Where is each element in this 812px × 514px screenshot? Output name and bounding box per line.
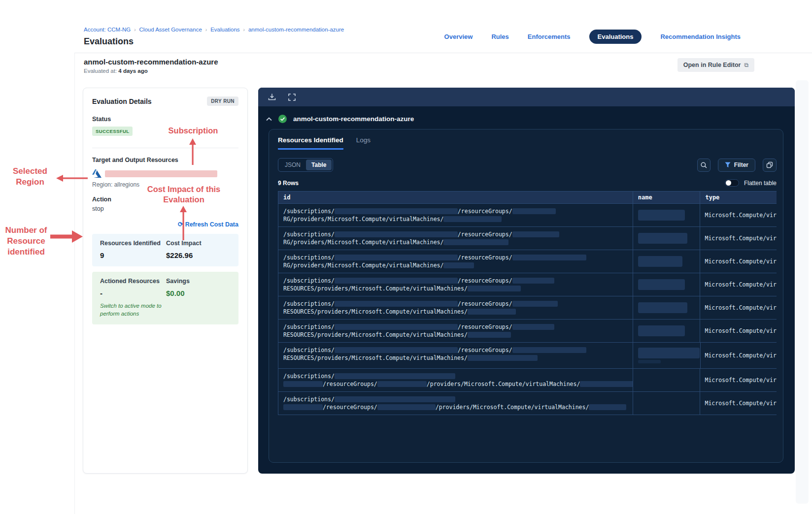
cell-name [633, 392, 700, 415]
viewer-tab-resources-identified[interactable]: Resources Identified [278, 136, 343, 150]
redacted-block [377, 381, 427, 387]
cell-id: /subscriptions//resourceGroups//provider… [278, 392, 633, 415]
evaluated-at-value: 4 days ago [118, 68, 147, 74]
cell-type: Microsoft.Compute/virtu [700, 343, 777, 368]
nav-tab-rules[interactable]: Rules [491, 33, 508, 40]
right-margin-strip [796, 80, 809, 504]
type-value: Microsoft.Compute/virtu [705, 377, 777, 384]
id-text: /subscriptions/ [283, 254, 335, 261]
viewer-tab-logs[interactable]: Logs [356, 136, 371, 150]
redacted-name-block [638, 256, 682, 267]
download-icon[interactable] [268, 93, 276, 101]
table-body: /subscriptions//resourceGroups/RG/provid… [278, 204, 777, 415]
chevron-up-icon[interactable] [266, 117, 272, 121]
redacted-block [443, 216, 502, 222]
cell-type: Microsoft.Compute/virtu [700, 320, 777, 342]
cell-id: /subscriptions//resourceGroups/RESOURCES… [278, 296, 633, 319]
card-title: Evaluation Details [92, 97, 152, 105]
evaluation-details-card: Evaluation Details DRY RUN Status SUCCES… [83, 88, 248, 474]
nav-tab-recommendation-insights[interactable]: Recommendation Insights [660, 33, 741, 40]
resource-viewer-panel: anmol-custom-recommendation-azure Resour… [258, 88, 795, 474]
cell-type: Microsoft.Compute/virtu [700, 369, 777, 391]
savings-value: $0.00 [166, 289, 231, 297]
id-text: /resourceGroups/ [458, 277, 512, 284]
nav-tab-enforcements[interactable]: Enforcements [528, 33, 571, 40]
id-text: /subscriptions/ [283, 208, 335, 215]
breadcrumb-separator: › [243, 27, 245, 32]
viewer-inner-card: Resources IdentifiedLogs JSONTable Filte… [269, 129, 783, 463]
viewer-tabs: Resources IdentifiedLogs [278, 136, 777, 150]
table-row: /subscriptions//resourceGroups//provider… [278, 392, 777, 415]
breadcrumb-item[interactable]: Evaluations [210, 27, 239, 32]
cell-type: Microsoft.Compute/virtu [700, 227, 777, 250]
cell-name [633, 227, 700, 250]
redacted-block [335, 278, 458, 284]
flatten-toggle[interactable] [725, 179, 739, 187]
open-rule-editor-button[interactable]: Open in Rule Editor ⧉ [677, 58, 754, 72]
selected-region-arrow [56, 174, 88, 183]
flatten-label: Flatten table [744, 180, 777, 187]
breadcrumb-item[interactable]: Account: CCM-NG [84, 27, 131, 32]
cell-type: Microsoft.Compute/virtu [700, 250, 777, 273]
savings-label: Savings [166, 278, 231, 285]
dry-run-badge: DRY RUN [207, 96, 238, 106]
nav-tab-evaluations[interactable]: Evaluations [589, 30, 642, 44]
id-text: /resourceGroups/ [458, 347, 512, 353]
redacted-block [335, 373, 455, 379]
table-header: idnametype [278, 191, 777, 204]
filter-icon [725, 162, 731, 168]
redacted-block [335, 396, 455, 402]
type-value: Microsoft.Compute/virtu [705, 258, 777, 265]
search-button[interactable] [697, 159, 710, 172]
viewer-evaluation-title: anmol-custom-recommendation-azure [293, 115, 414, 123]
cell-type: Microsoft.Compute/virtu [700, 204, 777, 226]
breadcrumb: Account: CCM-NG›Cloud Asset Governance›E… [84, 27, 344, 32]
redacted-block [580, 381, 632, 387]
azure-icon [92, 169, 102, 178]
cell-id: /subscriptions//resourceGroups//provider… [278, 369, 633, 391]
type-value: Microsoft.Compute/virtu [705, 400, 777, 407]
redacted-block [335, 208, 458, 214]
external-link-icon: ⧉ [744, 62, 748, 68]
search-icon [701, 162, 707, 168]
id-text: /subscriptions/ [283, 300, 335, 307]
breadcrumb-item[interactable]: anmol-custom-recommendation-azure [248, 27, 344, 32]
redacted-block [512, 301, 558, 307]
view-mode-table[interactable]: Table [306, 160, 332, 170]
redacted-name-block [638, 210, 685, 221]
rows-count: 9 Rows [278, 180, 299, 187]
id-text: RESOURCES/providers/Microsoft.Compute/vi… [283, 354, 468, 361]
nav-tab-overview[interactable]: Overview [444, 33, 473, 40]
copy-button[interactable] [763, 159, 777, 172]
subscription-arrow [189, 138, 197, 165]
table-row: /subscriptions//resourceGroups/RESOURCES… [278, 343, 777, 369]
table-row: /subscriptions//resourceGroups//provider… [278, 369, 777, 392]
redacted-block [512, 278, 554, 284]
cell-id: /subscriptions//resourceGroups/RG/provid… [278, 204, 633, 226]
type-value: Microsoft.Compute/virtu [705, 235, 777, 242]
redacted-block [468, 332, 511, 338]
target-resources-label: Target and Output Resources [92, 157, 238, 163]
redacted-block [443, 239, 508, 245]
divider [92, 148, 238, 148]
redacted-block [468, 286, 521, 291]
number-identified-arrow [50, 228, 83, 245]
filter-button[interactable]: Filter [718, 159, 755, 172]
id-text: RG/providers/Microsoft.Compute/virtualMa… [283, 216, 443, 223]
column-header-type: type [700, 192, 777, 203]
table-row: /subscriptions//resourceGroups/RG/provid… [278, 227, 777, 250]
copy-icon [766, 161, 773, 168]
redacted-block [512, 255, 586, 260]
view-mode-json[interactable]: JSON [279, 160, 306, 170]
breadcrumb-item[interactable]: Cloud Asset Governance [139, 27, 202, 32]
type-value: Microsoft.Compute/virtu [705, 212, 777, 219]
id-text: /resourceGroups/ [458, 300, 512, 307]
id-text: /resourceGroups/ [323, 404, 377, 411]
redacted-name-block [638, 233, 687, 244]
id-text: RESOURCES/providers/Microsoft.Compute/vi… [283, 285, 468, 292]
success-check-icon [278, 115, 287, 123]
id-text: RG/providers/Microsoft.Compute/virtualMa… [283, 262, 443, 269]
identified-stats-panel: Resources Identified Cost Impact 9 $226.… [92, 234, 238, 266]
id-text: /resourceGroups/ [458, 231, 512, 238]
fullscreen-icon[interactable] [288, 94, 296, 101]
